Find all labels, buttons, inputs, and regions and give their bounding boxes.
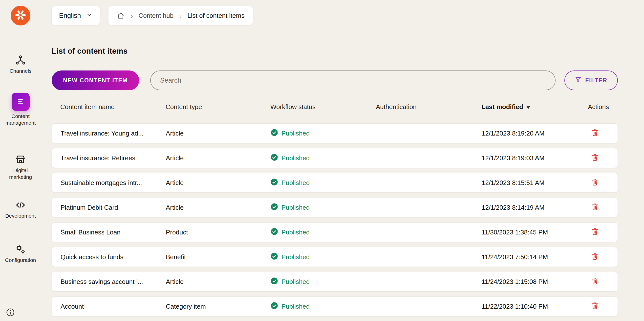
trash-icon — [590, 301, 599, 311]
content-item-name[interactable]: Account — [60, 303, 166, 310]
home-icon[interactable] — [117, 12, 125, 20]
content-item-name[interactable]: Quick access to funds — [60, 253, 166, 261]
content-item-name[interactable]: Business savings account i... — [60, 278, 166, 286]
help-info-button[interactable] — [6, 308, 15, 318]
main-area: English — [41, 0, 644, 321]
filter-label: FILTER — [585, 77, 608, 84]
content-item-name[interactable]: Travel insurance: Retirees — [60, 154, 166, 162]
last-modified: 11/24/2023 7:50:14 PM — [482, 253, 588, 261]
content-item-name[interactable]: Small Business Loan — [60, 228, 166, 236]
delete-button[interactable] — [590, 252, 599, 262]
filter-funnel-icon — [575, 76, 582, 85]
published-check-icon — [270, 277, 278, 286]
content-management-icon — [12, 93, 30, 111]
sidebar-item-digital-marketing[interactable]: Digital marketing — [1, 154, 40, 180]
published-check-icon — [270, 302, 278, 311]
trash-icon — [590, 128, 599, 139]
workflow-status-label: Published — [282, 278, 310, 286]
last-modified: 12/1/2023 8:15:51 AM — [482, 179, 588, 187]
trash-icon — [590, 277, 599, 287]
column-header-content-item-name[interactable]: Content item name — [60, 103, 166, 111]
column-header-actions: Actions — [588, 103, 618, 111]
content-item-name[interactable]: Sustainable mortgages intr... — [60, 179, 166, 187]
chevron-right-icon — [129, 13, 134, 18]
workflow-status: Published — [270, 154, 376, 163]
sidebar-item-development[interactable]: Development — [1, 200, 40, 219]
app-root: Channels Content management — [0, 0, 644, 321]
topbar: English — [52, 6, 618, 25]
published-check-icon — [270, 252, 278, 262]
table-row[interactable]: Business savings account i... Article Pu… — [52, 272, 618, 291]
published-check-icon — [270, 178, 278, 187]
delete-button[interactable] — [590, 277, 599, 287]
filter-button[interactable]: FILTER — [564, 71, 618, 90]
table-row[interactable]: Travel insurance: Young ad... Article Pu… — [52, 123, 618, 143]
delete-button[interactable] — [590, 227, 599, 237]
info-icon — [6, 313, 15, 318]
workflow-status: Published — [270, 252, 376, 262]
breadcrumb-current: List of content items — [187, 12, 244, 20]
workflow-status: Published — [270, 228, 376, 237]
sidebar-item-configuration[interactable]: Configuration — [1, 244, 40, 263]
sidebar-item-label: Channels — [10, 68, 32, 74]
workflow-status-label: Published — [282, 154, 310, 162]
workflow-status-label: Published — [282, 228, 310, 236]
table-row[interactable]: Platinum Debit Card Article Published 12… — [52, 198, 618, 217]
table-row[interactable]: Account Category item Published 11/22/20… — [52, 296, 618, 316]
column-header-last-modified[interactable]: Last modified — [482, 103, 588, 111]
chevron-down-icon — [86, 12, 92, 20]
breadcrumb-content-hub[interactable]: Content hub — [139, 12, 174, 20]
page-title: List of content items — [52, 47, 618, 56]
column-header-content-type[interactable]: Content type — [166, 103, 270, 111]
sidebar-item-content-management[interactable]: Content management — [1, 93, 40, 126]
row-actions — [588, 252, 618, 262]
content-type: Benefit — [166, 253, 270, 261]
list-controls: NEW CONTENT ITEM FILTER — [52, 71, 618, 90]
sidebar-item-label: Digital marketing — [2, 167, 39, 180]
delete-button[interactable] — [590, 203, 599, 213]
table-row[interactable]: Travel insurance: Retirees Article Publi… — [52, 148, 618, 168]
row-actions — [588, 178, 618, 188]
language-label: English — [59, 12, 81, 20]
workflow-status: Published — [270, 277, 376, 286]
app-logo[interactable] — [11, 6, 30, 26]
row-actions — [588, 277, 618, 287]
development-icon — [15, 200, 26, 210]
workflow-status: Published — [270, 302, 376, 311]
row-actions — [588, 227, 618, 237]
table-row[interactable]: Sustainable mortgages intr... Article Pu… — [52, 173, 618, 193]
language-selector[interactable]: English — [52, 6, 100, 25]
sidebar-nav: Channels Content management — [0, 55, 41, 263]
table-header: Content item name Content type Workflow … — [52, 103, 618, 111]
workflow-status-label: Published — [282, 253, 310, 261]
workflow-status: Published — [270, 203, 376, 212]
delete-button[interactable] — [590, 301, 599, 311]
row-actions — [588, 153, 618, 163]
delete-button[interactable] — [590, 128, 599, 139]
last-modified: 12/1/2023 8:14:19 AM — [482, 204, 588, 211]
row-actions — [588, 128, 618, 139]
sidebar-item-channels[interactable]: Channels — [1, 55, 40, 74]
breadcrumb: Content hub List of content items — [108, 6, 253, 25]
last-modified: 12/1/2023 8:19:03 AM — [482, 154, 588, 162]
last-modified: 11/24/2023 1:15:08 PM — [482, 278, 588, 286]
trash-icon — [590, 153, 599, 163]
sidebar-item-label: Development — [5, 212, 36, 219]
row-actions — [588, 301, 618, 311]
column-header-workflow-status[interactable]: Workflow status — [270, 103, 376, 111]
table-row[interactable]: Quick access to funds Benefit Published … — [52, 247, 618, 267]
channels-icon — [15, 55, 26, 66]
search-input[interactable] — [150, 71, 556, 90]
content-item-name[interactable]: Platinum Debit Card — [60, 204, 166, 211]
table-row[interactable]: Small Business Loan Product Published 11… — [52, 222, 618, 242]
workflow-status-label: Published — [282, 179, 310, 187]
workflow-status-label: Published — [282, 303, 310, 310]
new-content-item-button[interactable]: NEW CONTENT ITEM — [52, 71, 139, 90]
content-item-name[interactable]: Travel insurance: Young ad... — [60, 130, 166, 137]
digital-marketing-icon — [15, 154, 26, 165]
kontent-flower-icon — [14, 9, 27, 23]
delete-button[interactable] — [590, 178, 599, 188]
published-check-icon — [270, 228, 278, 237]
delete-button[interactable] — [590, 153, 599, 163]
column-header-authentication[interactable]: Authentication — [376, 103, 482, 111]
